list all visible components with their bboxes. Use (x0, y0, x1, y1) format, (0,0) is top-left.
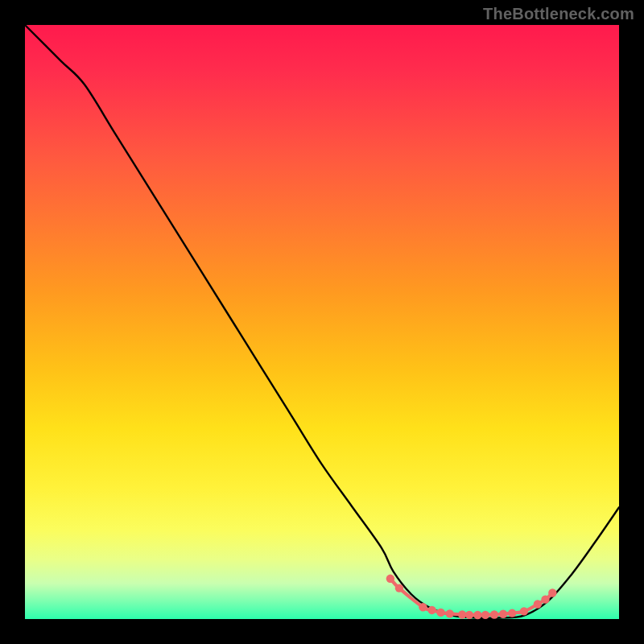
data-point (427, 606, 436, 614)
data-point (548, 588, 556, 597)
data-point (436, 609, 444, 617)
data-point (481, 611, 489, 619)
data-point (386, 575, 394, 583)
data-point (465, 611, 473, 619)
data-point (499, 610, 507, 618)
chart-frame: TheBottleneck.com (0, 0, 644, 644)
data-point (490, 610, 498, 618)
data-point (445, 609, 453, 617)
data-point (395, 584, 403, 592)
data-point (473, 611, 481, 619)
data-point (419, 603, 427, 611)
main-curve (25, 25, 619, 618)
data-point (508, 609, 516, 617)
data-point (458, 610, 466, 618)
data-point (541, 595, 549, 603)
attribution-label: TheBottleneck.com (483, 5, 634, 23)
data-point (534, 600, 542, 608)
chart-svg (25, 25, 619, 619)
data-point (520, 607, 528, 615)
plot-area (25, 25, 619, 619)
